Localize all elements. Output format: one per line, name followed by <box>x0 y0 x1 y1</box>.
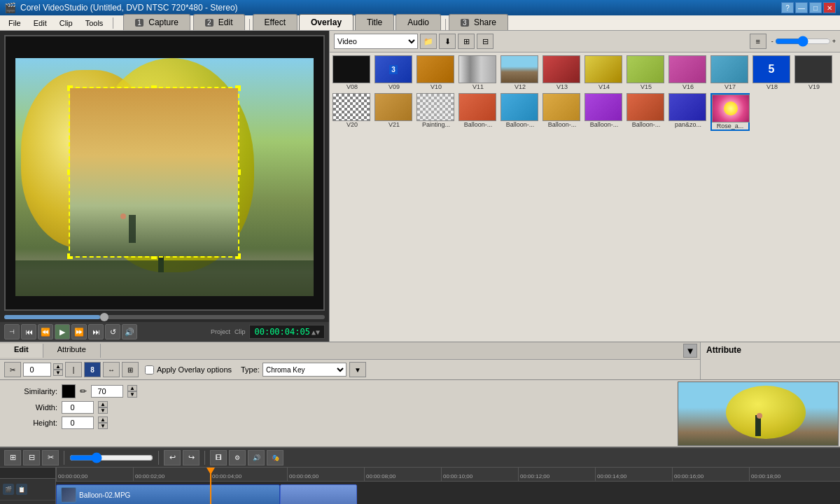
repeat-button[interactable]: ↺ <box>105 324 120 340</box>
timeline-btn-8[interactable]: 🔊 <box>248 450 265 465</box>
timeline-btn-7[interactable]: ⚙ <box>229 450 246 465</box>
video-type-select[interactable]: Video Audio Image <box>334 34 418 49</box>
timeline-tracks-area[interactable]: 00:00:00;00 00:00:02;00 00:00:04;00 00:0… <box>56 468 840 504</box>
edit-tool-1[interactable]: ✂ <box>4 362 21 377</box>
share-num: 3 <box>461 19 469 27</box>
media-thumb-V14[interactable]: V14 <box>584 55 624 90</box>
width-up[interactable]: ▲ <box>98 401 108 407</box>
media-thumb-V08[interactable]: V08 <box>332 55 372 90</box>
tab-overlay[interactable]: Overlay <box>299 14 354 30</box>
tab-edit[interactable]: 2 Edit <box>193 14 245 30</box>
timeline-toolbar: ⊞ ⊟ ✂ ↩ ↪ 🎞 ⚙ 🔊 🎭 <box>0 448 840 468</box>
width-down[interactable]: ▼ <box>98 407 108 414</box>
media-thumb-V16[interactable]: V16 <box>668 55 708 90</box>
play-button[interactable]: ▶ <box>55 324 70 340</box>
height-up[interactable]: ▲ <box>98 416 108 423</box>
frame-down-button[interactable]: ▼ <box>53 370 63 376</box>
tab-capture[interactable]: 1 Capture <box>123 14 190 30</box>
timeline-btn-9[interactable]: 🎭 <box>267 450 284 465</box>
storyboard-button[interactable]: ⊞ <box>458 34 475 49</box>
timeline-btn-1[interactable]: ⊞ <box>4 450 21 465</box>
import-button[interactable]: ⬇ <box>439 34 456 49</box>
type-select[interactable]: Chroma Key None Mask Frame <box>262 363 346 377</box>
zoom-in-icon: + <box>832 38 836 45</box>
media-thumb-V21[interactable]: V21 <box>374 93 414 131</box>
height-down[interactable]: ▼ <box>98 423 108 429</box>
media-thumb-balloon2[interactable]: Balloon-... <box>500 93 540 131</box>
timeline-btn-2[interactable]: ⊟ <box>23 450 40 465</box>
timeline-zoom-slider[interactable] <box>69 453 153 463</box>
edit-tool-6[interactable]: ⊞ <box>122 362 139 377</box>
tab-audio[interactable]: Audio <box>396 14 441 30</box>
clip-balloon02[interactable]: Balloon-02.MPG <box>56 484 280 504</box>
preview-video-bg[interactable]: Overlay Track #1 <box>15 58 314 295</box>
edit-tab-attribute[interactable]: Attribute <box>43 344 101 358</box>
media-thumb-V13[interactable]: V13 <box>542 55 582 90</box>
media-thumb-balloon4[interactable]: Balloon-... <box>584 93 624 131</box>
media-thumb-V19[interactable]: V19 <box>794 55 834 90</box>
volume-button[interactable]: 🔊 <box>122 324 137 340</box>
pencil-icon[interactable]: ✏ <box>80 386 87 396</box>
menu-file[interactable]: File <box>3 18 27 29</box>
menu-edit[interactable]: Edit <box>28 18 52 29</box>
timeline-btn-3[interactable]: ✂ <box>42 450 59 465</box>
media-thumb-V12[interactable]: V12 <box>500 55 540 90</box>
start-trim-button[interactable]: ⊣ <box>4 324 20 340</box>
tab-share[interactable]: 3 Share <box>449 14 508 30</box>
media-thumb-V17[interactable]: V17 <box>710 55 750 90</box>
prev-button[interactable]: ⏪ <box>38 324 53 340</box>
chroma-color-swatch[interactable] <box>62 384 76 398</box>
width-value[interactable] <box>62 401 94 414</box>
height-value[interactable] <box>62 416 94 429</box>
close-button[interactable]: ✕ <box>823 2 836 13</box>
timeline-btn-5[interactable]: ↪ <box>183 450 200 465</box>
similarity-value[interactable] <box>91 385 123 398</box>
media-thumb-V20[interactable]: V20 <box>332 93 372 131</box>
maximize-button[interactable]: □ <box>809 2 822 13</box>
scrubber-bar[interactable] <box>4 315 325 319</box>
media-thumb-balloon5[interactable]: Balloon-... <box>626 93 666 131</box>
prev-frame-button[interactable]: ⏮ <box>21 324 36 340</box>
menu-tools[interactable]: Tools <box>80 18 109 29</box>
timecode-display[interactable]: 00:00:04:05 ▲▼ <box>249 325 325 339</box>
tab-effect[interactable]: Effect <box>253 14 298 30</box>
right-panel: Video Audio Image 📁 ⬇ ⊞ ⊟ ≡ - + V08 <box>329 31 840 342</box>
media-thumb-V11[interactable]: V11 <box>458 55 498 90</box>
next-button[interactable]: ⏩ <box>71 324 87 340</box>
similarity-up[interactable]: ▲ <box>127 385 137 391</box>
menu-clip[interactable]: Clip <box>54 18 78 29</box>
type-options-button[interactable]: ▼ <box>349 362 366 377</box>
options-button[interactable]: ≡ <box>750 34 766 49</box>
frame-number-input[interactable] <box>23 363 51 377</box>
edit-tool-3[interactable]: | <box>65 362 82 377</box>
media-thumb-dantzo[interactable]: pan&zo... <box>668 93 708 131</box>
tab-title[interactable]: Title <box>355 14 394 30</box>
media-thumb-painting[interactable]: Painting... <box>416 93 456 131</box>
collapse-button[interactable]: ▼ <box>683 344 697 358</box>
next-frame-button[interactable]: ⏭ <box>88 324 104 340</box>
project-label: Project <box>211 328 230 335</box>
zoom-slider[interactable] <box>775 36 831 46</box>
similarity-down[interactable]: ▼ <box>127 391 137 398</box>
video-track-1[interactable]: Balloon-02.MPG <box>56 482 840 504</box>
thumb-img-V18: 5 <box>752 55 790 83</box>
timeline-btn-4[interactable]: ↩ <box>164 450 181 465</box>
media-thumb-V15[interactable]: V15 <box>626 55 666 90</box>
open-folder-button[interactable]: 📁 <box>420 34 437 49</box>
media-thumb-rose[interactable]: Rose_a... <box>710 93 750 131</box>
timeline-btn-6[interactable]: 🎞 <box>210 450 227 465</box>
media-thumb-V18[interactable]: 5 V18 <box>752 55 792 90</box>
overlay-track-box[interactable]: Overlay Track #1 <box>69 87 239 258</box>
apply-overlay-checkbox[interactable] <box>145 365 154 374</box>
media-thumb-V09[interactable]: 3 V09 <box>374 55 414 90</box>
edit-tool-4[interactable]: 8 <box>84 362 101 377</box>
frame-up-button[interactable]: ▲ <box>53 363 63 370</box>
media-thumb-balloon1[interactable]: Balloon-... <box>458 93 498 131</box>
help-button[interactable]: ? <box>781 2 794 13</box>
edit-tab-edit[interactable]: Edit <box>0 344 43 358</box>
sort-button[interactable]: ⊟ <box>477 34 493 49</box>
minimize-button[interactable]: — <box>795 2 808 13</box>
media-thumb-V10[interactable]: V10 <box>416 55 456 90</box>
edit-tool-5[interactable]: ↔ <box>103 362 120 377</box>
media-thumb-balloon3[interactable]: Balloon-... <box>542 93 582 131</box>
